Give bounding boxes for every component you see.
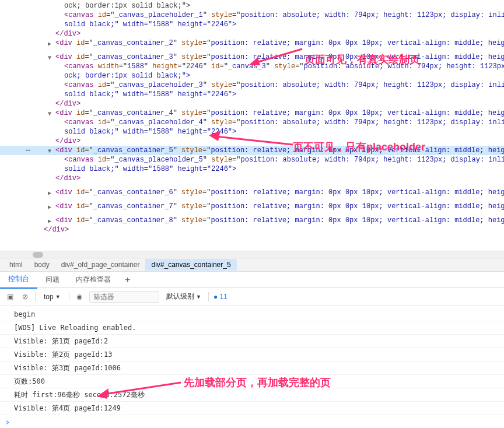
dom-line[interactable]: </div> <box>0 174 504 183</box>
log-line[interactable]: Visible: 第4页 pageId:1249 <box>0 402 504 415</box>
dom-tree[interactable]: ock; border:1px solid black;"> <canvas i… <box>0 0 504 236</box>
log-level-selector[interactable]: 默认级别 ▼ <box>164 290 204 303</box>
breadcrumb: html body div#_ofd_page_container div#_c… <box>0 258 504 272</box>
console-prompt[interactable] <box>0 415 504 428</box>
log-line[interactable]: Visible: 第3页 pageId:1006 <box>0 362 504 375</box>
separator <box>35 292 36 301</box>
clear-console-icon[interactable]: ⊘ <box>20 292 30 302</box>
log-line[interactable]: Visible: 第2页 pageId:13 <box>0 348 504 362</box>
filter-input[interactable] <box>89 291 159 303</box>
dom-line-selected[interactable]: ⋯▼<div id="_canvas_container_5" style="p… <box>0 146 504 155</box>
collapse-toggle-icon[interactable]: ▼ <box>48 147 54 153</box>
collapse-toggle-icon[interactable]: ▼ <box>48 54 54 59</box>
crumb-body[interactable]: body <box>29 259 55 271</box>
elements-panel[interactable]: ock; border:1px solid black;"> <canvas i… <box>0 0 504 251</box>
crumb-container[interactable]: div#_ofd_page_container <box>55 259 146 271</box>
dom-line[interactable]: ▼<div id="_canvas_container_3" style="po… <box>0 52 504 62</box>
console-tabs: 控制台 问题 内存检查器 + <box>0 272 504 288</box>
crumb-current[interactable]: div#_canvas_container_5 <box>145 259 236 271</box>
separator <box>69 292 69 301</box>
log-line[interactable]: [WDS] Live Reloading enabled. <box>0 321 504 335</box>
expand-toggle-icon[interactable]: ▶ <box>48 217 54 223</box>
dom-line[interactable]: <canvas width="1588" height="2246" id="_… <box>0 62 504 71</box>
dom-line[interactable]: </div> <box>0 99 504 108</box>
horizontal-scrollbar[interactable] <box>0 251 504 258</box>
tab-console[interactable]: 控制台 <box>0 271 37 289</box>
log-line[interactable]: Visible: 第1页 pageId:2 <box>0 335 504 348</box>
dom-line[interactable]: ▶<div id="_canvas_container_7" style="po… <box>0 202 504 211</box>
dom-line[interactable]: ▶<div id="_canvas_container_6" style="po… <box>0 188 504 197</box>
tab-memory[interactable]: 内存检查器 <box>68 271 119 288</box>
scrollbar-thumb[interactable] <box>33 252 43 258</box>
console-controls: ▣ ⊘ top ▼ ◉ 默认级别 ▼ ● 11 <box>0 288 504 306</box>
ellipsis-icon[interactable]: ⋯ <box>26 146 31 155</box>
live-expression-icon[interactable]: ◉ <box>74 292 85 302</box>
dom-line[interactable]: ock; border:1px solid black;"> <box>0 71 504 80</box>
separator <box>208 292 209 301</box>
code-text: ock; border:1px solid black;"> <box>64 2 190 10</box>
dom-line[interactable]: </div> <box>0 225 504 234</box>
dom-line[interactable]: ock; border:1px solid black;"> <box>0 1 504 10</box>
dom-line[interactable]: ▶<div id="_canvas_container_2" style="po… <box>0 38 504 48</box>
dom-line[interactable]: solid black;" width="1588" height="2246"… <box>0 20 504 29</box>
prompt-caret-icon <box>5 416 10 427</box>
dom-line[interactable]: solid black;" width="1588" height="2246"… <box>0 127 504 136</box>
dom-line[interactable]: <canvas id="_canvas_placeholder_4" style… <box>0 118 504 127</box>
dom-line[interactable]: ▶<div id="_canvas_container_8" style="po… <box>0 216 504 225</box>
dom-line[interactable]: <canvas id="_canvas_placeholder_3" style… <box>0 80 504 90</box>
dom-line[interactable]: <canvas id="_canvas_placeholder_5" style… <box>0 155 504 164</box>
expand-toggle-icon[interactable]: ▶ <box>48 189 54 195</box>
tab-issues[interactable]: 问题 <box>37 271 68 288</box>
dom-line[interactable]: </div> <box>0 136 504 146</box>
dom-line[interactable]: <canvas id="_canvas_placeholder_1" style… <box>0 10 504 20</box>
dom-line[interactable]: </div> <box>0 29 504 38</box>
dom-line[interactable]: ▼<div id="_canvas_container_4" style="po… <box>0 108 504 118</box>
dom-line[interactable]: solid black;" width="1588" height="2246"… <box>0 90 504 99</box>
collapse-toggle-icon[interactable]: ▼ <box>48 110 54 115</box>
dom-line[interactable]: solid black;" width="1588" height="2246"… <box>0 164 504 174</box>
crumb-html[interactable]: html <box>4 259 29 271</box>
sidebar-toggle-icon[interactable]: ▣ <box>5 292 15 302</box>
expand-toggle-icon[interactable]: ▶ <box>48 203 54 209</box>
issue-badge[interactable]: ● 11 <box>214 293 228 301</box>
expand-toggle-icon[interactable]: ▶ <box>48 40 54 45</box>
add-tab-icon[interactable]: + <box>119 272 136 287</box>
context-selector[interactable]: top ▼ <box>40 292 64 302</box>
log-line[interactable]: begin <box>0 308 504 321</box>
console-output[interactable]: begin [WDS] Live Reloading enabled. Visi… <box>0 306 504 428</box>
log-line[interactable]: 页数:500 <box>0 375 504 388</box>
log-line[interactable]: 耗时 first:96毫秒 second:2572毫秒 <box>0 388 504 402</box>
